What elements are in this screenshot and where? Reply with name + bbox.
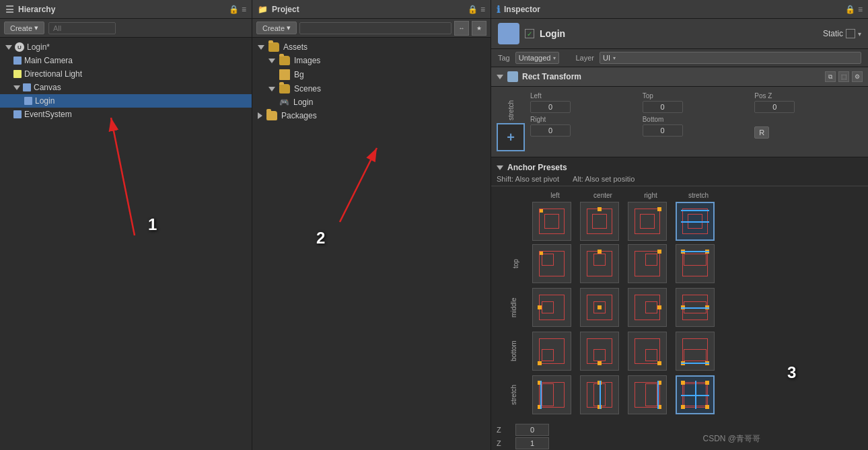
posz-input[interactable]: [754, 101, 795, 113]
hierarchy-content: U Login* Main Camera Directional Light C…: [0, 38, 252, 450]
item-label: Login: [35, 96, 55, 106]
anchor-preset-middle-stretch[interactable]: [676, 288, 715, 327]
expand-icon: [268, 87, 275, 91]
anchor-preset-middle-center[interactable]: [580, 288, 619, 327]
static-dropdown-arrow[interactable]: ▾: [858, 30, 861, 38]
anchor-presets-section: Anchor Presets Shift: Also set pivot Alt…: [491, 157, 868, 450]
project-toolbar: Create ▾ ↔ ★: [252, 19, 491, 38]
tag-dropdown[interactable]: Untagged ▾: [515, 52, 560, 64]
expand-icon: [258, 112, 262, 119]
stretch-label: stretch: [507, 92, 515, 120]
alt-text: Alt: Also set positio: [573, 175, 635, 183]
hierarchy-toolbar: Create ▾: [0, 19, 252, 38]
anchor-preset-top-center[interactable]: [580, 244, 619, 283]
hierarchy-item-canvas[interactable]: Canvas: [0, 81, 252, 94]
item-label: Login: [293, 98, 313, 107]
anchor-preset-stretch-right[interactable]: [628, 375, 667, 414]
anchor-preset-top-right[interactable]: [628, 244, 667, 283]
anchor-presets-header: Anchor Presets Shift: Also set pivot Alt…: [491, 157, 868, 186]
z-label-0: Z: [497, 426, 510, 434]
anchor-preset-bottom-left[interactable]: [532, 332, 571, 371]
project-content: Assets Images Bg Scenes 🎮 Logi: [252, 38, 491, 450]
z-input-0[interactable]: [515, 424, 549, 436]
row-stretch-label: stretch: [497, 374, 530, 416]
rect-transform-icon: [507, 71, 518, 82]
anchor-preset-stretch-left[interactable]: [532, 375, 571, 414]
expand-icon: [268, 59, 275, 63]
anchor-col-headers: left center right stretch: [497, 192, 863, 199]
anchor-visual[interactable]: [497, 123, 525, 151]
active-checkbox[interactable]: [525, 29, 534, 38]
project-icon-btn2[interactable]: ★: [472, 21, 486, 36]
r-button[interactable]: R: [754, 126, 769, 139]
item-label: Images: [294, 56, 320, 65]
z-row-0: Z: [497, 424, 863, 436]
project-item-login-scene[interactable]: 🎮 Login: [252, 96, 491, 109]
folder-icon: [268, 42, 279, 52]
item-label: Login*: [27, 42, 50, 52]
anchor-preset-none-right[interactable]: [628, 202, 667, 241]
anchor-preset-top-stretch[interactable]: [676, 244, 715, 283]
layer-dropdown[interactable]: UI ▾: [600, 52, 861, 64]
anchor-preset-stretch-center[interactable]: [580, 375, 619, 414]
hierarchy-search-input[interactable]: [48, 22, 116, 34]
anchor-preset-none-center[interactable]: [580, 202, 619, 241]
hierarchy-item-event-system[interactable]: EventSystem: [0, 108, 252, 121]
comp-settings-btn[interactable]: ⚙: [852, 71, 863, 82]
rect-transform-section: Rect Transform ⧉ ⬚ ⚙ stretch: [491, 67, 868, 157]
z-row-1: Z: [497, 437, 863, 449]
anchor-preset-middle-left[interactable]: [532, 288, 571, 327]
cube-icon: [24, 97, 32, 105]
left-input[interactable]: [530, 101, 571, 113]
anchor-preset-stretch-stretch[interactable]: [676, 375, 715, 414]
z-label-1: Z: [497, 439, 510, 447]
z-input-1[interactable]: [515, 437, 549, 449]
anchor-stretch-label: stretch: [497, 92, 525, 151]
hierarchy-item-login[interactable]: Login: [0, 94, 252, 108]
cube-icon: [13, 57, 22, 65]
static-checkbox[interactable]: [846, 29, 855, 38]
right-label: Right: [530, 116, 639, 123]
item-label: Canvas: [34, 83, 61, 92]
project-item-packages[interactable]: Packages: [252, 109, 491, 122]
anchor-preset-bottom-stretch[interactable]: [676, 332, 715, 371]
hierarchy-item-login-root[interactable]: U Login*: [0, 40, 252, 54]
inspector-title-text: Inspector: [504, 5, 540, 14]
menu-icon: ≡: [242, 5, 246, 14]
comp-paste-btn[interactable]: ⬚: [838, 71, 849, 82]
layer-value: UI: [603, 54, 610, 62]
anchor-row-none: [497, 202, 863, 241]
hierarchy-create-button[interactable]: Create ▾: [4, 22, 44, 34]
anchor-preset-top-left[interactable]: [532, 244, 571, 283]
project-item-images[interactable]: Images: [252, 54, 491, 67]
create-label: Create: [10, 24, 32, 32]
cube-icon: [13, 70, 22, 78]
tag-label: Tag: [498, 54, 510, 62]
comp-copy-btn[interactable]: ⧉: [825, 71, 836, 82]
anchor-preset-bottom-right[interactable]: [628, 332, 667, 371]
anchor-preset-middle-right[interactable]: [628, 288, 667, 327]
project-title: 📁 Project: [258, 5, 299, 14]
hierarchy-item-main-camera[interactable]: Main Camera: [0, 54, 252, 67]
tag-value: Untagged: [519, 54, 551, 62]
watermark: CSDN @青哥哥: [702, 433, 760, 445]
hierarchy-item-directional-light[interactable]: Directional Light: [0, 67, 252, 81]
expand-icon: [497, 165, 503, 170]
anchor-preset-none-left[interactable]: [532, 202, 571, 241]
project-icon-btn1[interactable]: ↔: [454, 21, 469, 36]
bottom-input[interactable]: [643, 124, 683, 137]
project-search-input[interactable]: [299, 22, 451, 34]
project-create-button[interactable]: Create ▾: [256, 22, 297, 34]
static-row: Static ▾: [823, 29, 861, 38]
anchor-preset-none-stretch[interactable]: [676, 202, 715, 241]
row-top-label: top: [497, 243, 530, 285]
project-item-assets[interactable]: Assets: [252, 40, 491, 54]
right-input[interactable]: [530, 124, 571, 137]
right-field-group: Right: [530, 116, 639, 139]
object-header: Login Static ▾: [491, 19, 868, 49]
top-input[interactable]: [643, 101, 683, 113]
anchor-preset-bottom-center[interactable]: [580, 332, 619, 371]
project-item-scenes[interactable]: Scenes: [252, 82, 491, 96]
project-item-bg[interactable]: Bg: [252, 67, 491, 82]
hierarchy-header-icons: 🔒 ≡: [229, 5, 246, 14]
